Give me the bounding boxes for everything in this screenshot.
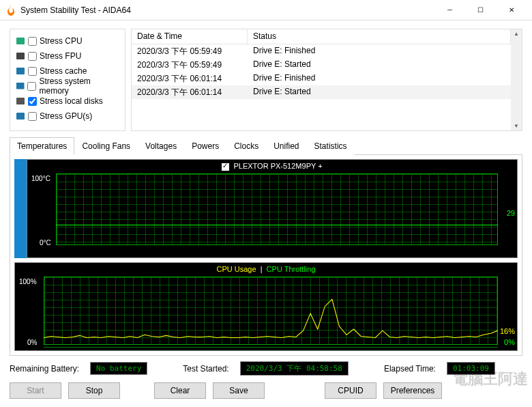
stress-option: Stress FPU [16, 48, 119, 64]
stress-label: Stress local disks [40, 96, 103, 106]
log-status: Drive E: Started [248, 58, 511, 72]
maximize-button[interactable]: ☐ [465, 0, 496, 20]
tab-statistics[interactable]: Statistics [307, 137, 355, 155]
log-datetime: 2020/3/3 下午 06:01:14 [132, 85, 248, 99]
cpu-usage-label: CPU Usage [216, 265, 256, 273]
svg-rect-1 [16, 53, 25, 59]
chart1-selector-strip[interactable] [14, 159, 27, 258]
chart2-grid [44, 277, 498, 345]
started-label: Test Started: [183, 364, 228, 374]
stress-checkbox[interactable] [27, 82, 36, 91]
log-row[interactable]: 2020/3/3 下午 06:01:14Drive E: Finished [132, 72, 511, 85]
device-icon [16, 66, 25, 76]
stress-label: Stress GPU(s) [40, 111, 92, 121]
chart-area: PLEXTOR PX-512M9PY + 100°C 0°C 29 CPU Us… [10, 155, 522, 356]
stress-label: Stress FPU [40, 51, 81, 61]
temperature-chart: PLEXTOR PX-512M9PY + 100°C 0°C 29 [27, 159, 518, 258]
device-name: PLEXTOR PX-512M9PY + [233, 162, 322, 170]
elapsed-label: Elapsed Time: [384, 364, 436, 374]
log-row[interactable]: 2020/3/3 下午 06:01:14Drive E: Started [132, 85, 511, 99]
stress-checkbox[interactable] [28, 112, 37, 121]
device-checkbox[interactable] [222, 163, 229, 171]
stress-option: Stress CPU [16, 33, 119, 48]
log-status: Drive E: Finished [248, 44, 511, 58]
log-row[interactable]: 2020/3/3 下午 05:59:49Drive E: Started [132, 58, 511, 72]
content-area: Stress CPU Stress FPU Stress cache Stres… [0, 20, 532, 404]
device-icon [16, 36, 25, 46]
started-value: 2020/3/3 下午 04:58:58 [240, 361, 349, 376]
battery-label: Remaining Battery: [10, 364, 79, 374]
log-datetime: 2020/3/3 下午 06:01:14 [132, 72, 248, 85]
tab-powers[interactable]: Powers [184, 137, 226, 155]
stress-option: Stress local disks [16, 94, 119, 109]
svg-rect-0 [16, 38, 25, 44]
log-datetime: 2020/3/3 下午 05:59:49 [132, 58, 248, 72]
elapsed-value: 01:03:09 [447, 362, 495, 375]
flame-icon [5, 5, 16, 16]
stress-option: Stress system memory [16, 79, 119, 94]
status-row: Remaining Battery: No battery Test Start… [10, 361, 522, 376]
cpu-usage-line [44, 277, 498, 348]
cpu-usage-value: 16% [500, 327, 515, 335]
clear-button[interactable]: Clear [154, 382, 206, 399]
col-status[interactable]: Status [248, 29, 511, 44]
log-status: Drive E: Started [248, 85, 511, 99]
start-button[interactable]: Start [10, 382, 61, 399]
svg-rect-2 [16, 68, 25, 74]
button-row: Start Stop Clear Save CPUID Preferences [10, 382, 522, 399]
battery-value: No battery [90, 362, 147, 375]
device-icon [16, 81, 25, 91]
temperature-line [56, 225, 498, 225]
cpu-chart: CPU Usage | CPU Throttling 100% 0% 16% 0… [14, 262, 518, 351]
save-button[interactable]: Save [213, 382, 265, 399]
log-header: Date & Time Status [132, 29, 511, 44]
tab-unified[interactable]: Unified [266, 137, 306, 155]
device-icon [16, 96, 25, 106]
stress-label: Stress cache [40, 66, 87, 76]
close-button[interactable]: ✕ [496, 0, 527, 20]
scroll-down-icon[interactable]: ▼ [514, 123, 519, 129]
log-row[interactable]: 2020/3/3 下午 05:59:49Drive E: Finished [132, 44, 511, 58]
tab-clocks[interactable]: Clocks [226, 137, 266, 155]
log-datetime: 2020/3/3 下午 05:59:49 [132, 44, 248, 58]
stress-checkbox[interactable] [28, 37, 37, 46]
tabstrip: TemperaturesCooling FansVoltagesPowersCl… [10, 137, 522, 155]
chart2-ymax-label: 100% [19, 278, 37, 285]
svg-rect-4 [16, 98, 25, 104]
col-datetime[interactable]: Date & Time [132, 29, 248, 44]
device-icon [16, 51, 25, 61]
stress-checkbox[interactable] [28, 52, 37, 61]
scrollbar[interactable]: ▲▼ [511, 29, 522, 130]
stress-label: Stress CPU [40, 36, 83, 46]
stress-checkbox[interactable] [28, 97, 37, 106]
event-log-panel: Date & Time Status 2020/3/3 下午 05:59:49D… [131, 29, 522, 131]
stress-option: Stress GPU(s) [16, 109, 119, 124]
preferences-button[interactable]: Preferences [383, 382, 442, 399]
stop-button[interactable]: Stop [68, 382, 120, 399]
log-status: Drive E: Finished [248, 72, 511, 85]
cpuid-button[interactable]: CPUID [325, 382, 376, 399]
stress-label: Stress system memory [39, 76, 119, 96]
svg-rect-5 [16, 113, 25, 120]
svg-rect-3 [16, 83, 25, 89]
titlebar: System Stability Test - AIDA64 ─ ☐ ✕ [0, 0, 532, 20]
scroll-up-icon[interactable]: ▲ [514, 31, 519, 37]
chart1-ymax-label: 100°C [31, 175, 50, 182]
cpu-throttling-label: CPU Throttling [267, 265, 316, 273]
cpu-throttling-value: 0% [504, 338, 515, 346]
window-title: System Stability Test - AIDA64 [20, 5, 434, 15]
stress-checkbox[interactable] [28, 67, 37, 76]
chart1-title: PLEXTOR PX-512M9PY + [27, 162, 517, 171]
device-icon [16, 111, 25, 121]
minimize-button[interactable]: ─ [434, 0, 465, 20]
chart1-ymin-label: 0°C [40, 239, 51, 247]
stress-options-panel: Stress CPU Stress FPU Stress cache Stres… [10, 29, 125, 131]
tab-temperatures[interactable]: Temperatures [10, 137, 74, 155]
chart1-grid [56, 173, 498, 245]
chart2-title: CPU Usage | CPU Throttling [15, 265, 517, 273]
chart1-current-value: 29 [507, 209, 515, 217]
tab-voltages[interactable]: Voltages [138, 137, 184, 155]
tab-cooling-fans[interactable]: Cooling Fans [74, 137, 138, 155]
chart2-ymin-label: 0% [27, 339, 37, 346]
log-body: 2020/3/3 下午 05:59:49Drive E: Finished202… [132, 44, 511, 99]
